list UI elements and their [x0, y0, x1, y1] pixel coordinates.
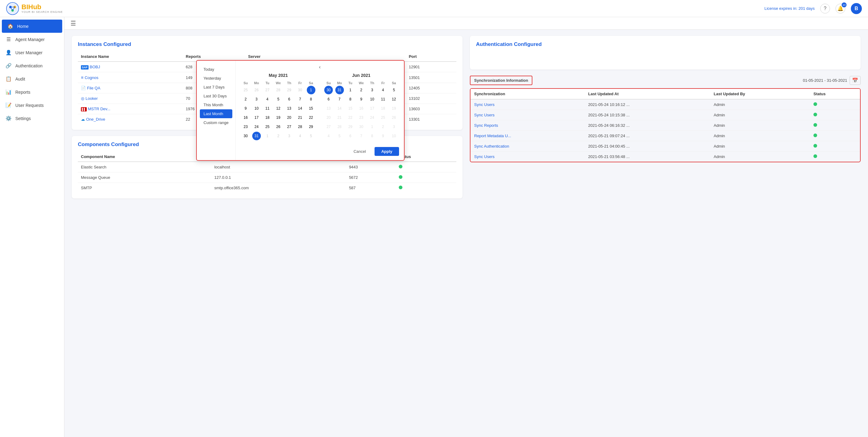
calendar-day[interactable]: 8 [346, 95, 354, 103]
calendar-day[interactable]: 3 [252, 95, 261, 103]
sync-link[interactable]: Sync Reports [474, 123, 498, 128]
calendar-day[interactable]: 17 [252, 113, 261, 122]
sync-link[interactable]: Sync Authentication [474, 144, 509, 148]
calendar-apply-button[interactable]: Apply [375, 147, 399, 156]
calendar-cancel-button[interactable]: Cancel [348, 147, 371, 156]
calendar-day[interactable]: 1 [263, 132, 272, 140]
calendar-quick-option[interactable]: Last Month [200, 109, 232, 118]
calendar-day[interactable]: 11 [263, 104, 272, 113]
calendar-day[interactable]: 12 [390, 95, 398, 103]
calendar-day[interactable]: 5 [390, 86, 398, 94]
calendar-day[interactable]: 9 [357, 95, 366, 103]
calendar-quick-option[interactable]: Custom range [200, 118, 232, 127]
calendar-day[interactable]: 6 [285, 95, 293, 103]
calendar-prev-button[interactable]: ‹ [319, 64, 320, 70]
calendar-day[interactable]: 2 [357, 86, 366, 94]
jun-title: Jun 2021 [323, 73, 399, 78]
instance-link[interactable]: ◎Looker [81, 96, 98, 101]
hamburger-button[interactable]: ☰ [70, 20, 76, 27]
calendar-day[interactable]: 31 [335, 86, 344, 94]
calendar-day[interactable]: 10 [252, 104, 261, 113]
sidebar-item-audit[interactable]: 📋 Audit [0, 72, 64, 86]
calendar-day[interactable]: 10 [368, 95, 376, 103]
sidebar-item-home[interactable]: 🏠 Home [2, 20, 62, 33]
calendar-day[interactable]: 5 [307, 132, 315, 140]
calendar-day[interactable]: 29 [285, 86, 293, 94]
calendar-day[interactable]: 30 [296, 86, 304, 94]
calendar-day[interactable]: 1 [346, 86, 354, 94]
calendar-months-grid: May 2021 SuMoTuWeThFrSa 2526272829301234… [241, 73, 399, 140]
calendar-day[interactable]: 23 [241, 123, 250, 131]
calendar-quick-option[interactable]: Last 30 Days [200, 92, 232, 100]
calendar-day[interactable]: 2 [274, 132, 283, 140]
calendar-day[interactable]: 8 [307, 95, 315, 103]
calendar-day[interactable]: 7 [335, 95, 344, 103]
calendar-day[interactable]: 24 [252, 123, 261, 131]
calendar-day[interactable]: 25 [241, 86, 250, 94]
sync-link[interactable]: Sync Users [474, 154, 494, 159]
comp-port-cell: 9443 [346, 162, 396, 172]
calendar-day[interactable]: 1 [307, 86, 315, 94]
calendar-day[interactable]: 30 [241, 132, 250, 140]
calendar-day[interactable]: 13 [285, 104, 293, 113]
calendar-day[interactable]: 12 [274, 104, 283, 113]
calendar-day[interactable]: 28 [274, 86, 283, 94]
calendar-day[interactable]: 9 [241, 104, 250, 113]
calendar-day[interactable]: 4 [296, 132, 304, 140]
calendar-day[interactable]: 22 [307, 113, 315, 122]
sidebar-item-reports[interactable]: 📊 Reports [0, 86, 64, 99]
sidebar-item-settings[interactable]: ⚙️ Settings [0, 112, 64, 125]
calendar-day[interactable]: 29 [307, 123, 315, 131]
calendar-quick-option[interactable]: Last 7 Days [200, 83, 232, 92]
calendar-day[interactable]: 11 [379, 95, 388, 103]
calendar-day[interactable]: 5 [274, 95, 283, 103]
calendar-day[interactable]: 2 [241, 95, 250, 103]
calendar-day: 25 [379, 113, 388, 122]
calendar-day[interactable]: 7 [296, 95, 304, 103]
calendar-day[interactable]: 27 [285, 123, 293, 131]
sync-link[interactable]: Sync Users [474, 113, 494, 117]
help-button[interactable]: ? [820, 4, 830, 13]
calendar-day[interactable]: 16 [241, 113, 250, 122]
calendar-day[interactable]: 3 [285, 132, 293, 140]
calendar-quick-option[interactable]: Today [200, 65, 232, 74]
calendar-day[interactable]: 6 [324, 95, 333, 103]
calendar-day[interactable]: 18 [263, 113, 272, 122]
instance-link[interactable]: ☁One_Drive [81, 117, 105, 122]
instance-link[interactable]: ≡Cognos [81, 75, 98, 80]
sidebar-item-agent-manager[interactable]: ☰ Agent Manager [0, 33, 64, 46]
calendar-day[interactable]: 31 [252, 132, 261, 140]
user-avatar[interactable]: B [851, 3, 862, 14]
calendar-day[interactable]: 4 [379, 86, 388, 94]
calendar-quick-option[interactable]: Yesterday [200, 74, 232, 83]
calendar-day[interactable]: 4 [263, 95, 272, 103]
calendar-day[interactable]: 26 [252, 86, 261, 94]
instance-link[interactable]: 📄File QA [81, 86, 100, 90]
calendar-day[interactable]: 30 [324, 86, 333, 94]
calendar-day: 28 [335, 123, 344, 131]
calendar-day[interactable]: 14 [296, 104, 304, 113]
logo-text: BIHub YOUR BI SEARCH ENGINE [22, 4, 63, 13]
calendar-day[interactable]: 3 [368, 86, 376, 94]
calendar-day[interactable]: 25 [263, 123, 272, 131]
notifications-button[interactable]: 🔔 10 [836, 4, 845, 13]
sync-link[interactable]: Report Metadata U... [474, 134, 511, 138]
instance-link[interactable]: SAPBOBJ [81, 65, 100, 69]
calendar-day[interactable]: 26 [274, 123, 283, 131]
sidebar-item-user-manager[interactable]: 👤 User Manager [0, 46, 64, 59]
calendar-toggle-button[interactable]: 📅 [849, 76, 861, 85]
calendar-day[interactable]: 15 [307, 104, 315, 113]
calendar-quick-option[interactable]: This Month [200, 100, 232, 109]
sidebar-item-user-requests[interactable]: 📝 User Requests [0, 99, 64, 112]
calendar-day[interactable]: 27 [263, 86, 272, 94]
table-row: Sync Authentication 2021-05-21 04:00:45 … [470, 141, 860, 152]
instance-link[interactable]: ▌▌MSTR Dev... [81, 107, 110, 111]
calendar-day: 21 [335, 113, 344, 122]
calendar-day[interactable]: 28 [296, 123, 304, 131]
calendar-day[interactable]: 20 [285, 113, 293, 122]
calendar-day[interactable]: 21 [296, 113, 304, 122]
sidebar-item-authentication[interactable]: 🔗 Authentication [0, 59, 64, 72]
sync-link[interactable]: Sync Users [474, 102, 494, 107]
calendar-day[interactable]: 19 [274, 113, 283, 122]
calendar-day-header: Th [284, 80, 294, 86]
